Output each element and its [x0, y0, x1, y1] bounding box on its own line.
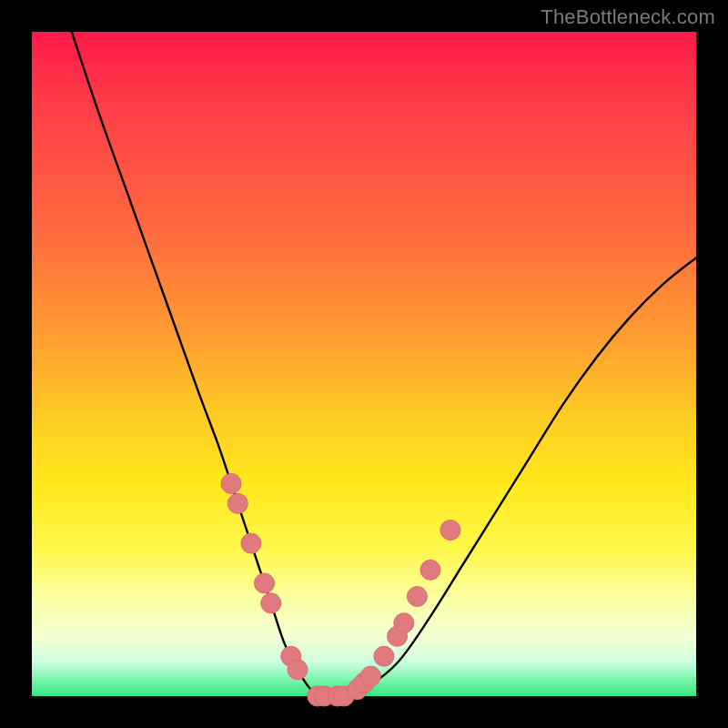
- marker-point: [394, 613, 414, 633]
- marker-point: [221, 473, 241, 493]
- marker-point: [360, 666, 380, 686]
- marker-point: [420, 560, 440, 580]
- marker-point: [255, 573, 275, 593]
- marker-point: [261, 593, 281, 613]
- marker-point: [288, 660, 308, 680]
- marker-point: [440, 521, 460, 541]
- marker-point: [407, 587, 427, 607]
- marker-point: [241, 533, 261, 553]
- bottleneck-curve: [72, 32, 696, 697]
- chart-svg: [32, 32, 696, 696]
- watermark-text: TheBottleneck.com: [541, 5, 715, 29]
- outer-frame: TheBottleneck.com: [0, 0, 728, 728]
- plot-area: [32, 32, 696, 696]
- marker-point: [374, 646, 394, 666]
- marker-group: [221, 473, 460, 706]
- marker-point: [228, 493, 248, 513]
